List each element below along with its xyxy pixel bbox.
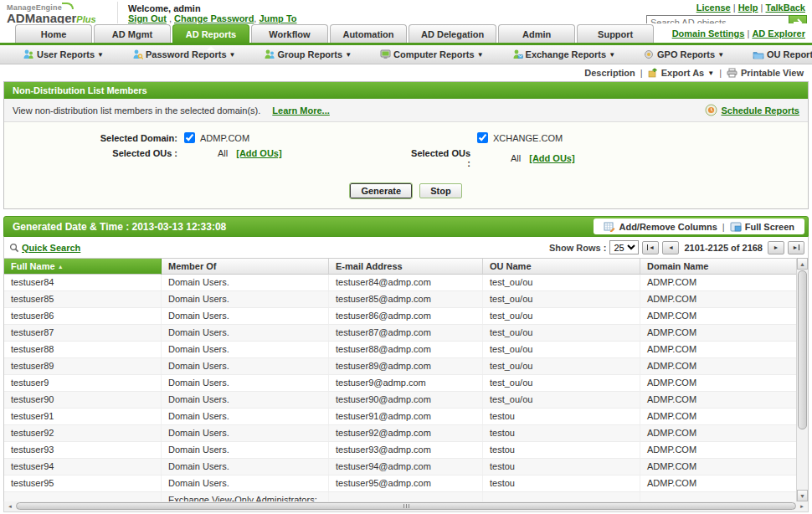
cell-ou-name: test_ou/ou [483, 358, 640, 374]
tab-ad-delegation[interactable]: AD Delegation [409, 24, 496, 43]
schedule-reports-link[interactable]: Schedule Reports [721, 105, 799, 116]
jump-to-link[interactable]: Jump To [259, 13, 296, 23]
sign-out-link[interactable]: Sign Out [128, 13, 167, 23]
vertical-scrollbar[interactable]: ▲ ▼ [796, 258, 808, 501]
domain-checkbox-xchange[interactable] [477, 132, 488, 143]
cell-ou-name: testou [483, 459, 640, 475]
domain-selection: Selected Domain: ADMP.COM Selected OUs :… [4, 122, 808, 175]
tab-home[interactable]: Home [15, 24, 92, 43]
help-link[interactable]: Help [738, 3, 758, 13]
table-row[interactable]: testuser9 Domain Users. testuser9@admp.c… [4, 375, 808, 392]
cell-member-of: Domain Users. [162, 475, 329, 491]
cell-email: testuser96@admp.com [329, 492, 483, 501]
next-page-button[interactable]: ► [768, 241, 784, 254]
change-password-link[interactable]: Change Password [174, 13, 254, 23]
chevron-down-icon: ▼ [707, 69, 714, 77]
column-header-member-of[interactable]: Member Of [162, 259, 329, 275]
menu-exchange-reports[interactable]: Exchange Reports▼ [512, 49, 616, 59]
talkback-link[interactable]: TalkBack [766, 3, 806, 13]
menu-group-reports[interactable]: Group Reports▼ [265, 49, 352, 59]
vertical-scroll-thumb[interactable] [798, 270, 807, 429]
domain-checkbox-admp[interactable] [184, 132, 195, 143]
tab-admin[interactable]: Admin [498, 24, 575, 43]
cell-full-name: testuser93 [4, 442, 162, 458]
table-row[interactable]: testuser91 Domain Users. testuser91@admp… [4, 409, 808, 425]
table-row[interactable]: testuser95 Domain Users. testuser95@admp… [4, 475, 808, 492]
scroll-down-button[interactable]: ▼ [797, 490, 808, 501]
show-rows-select[interactable]: 25 [609, 240, 639, 254]
scroll-right-button[interactable]: ► [796, 502, 808, 511]
cell-ou-name: test_ou/ou [483, 325, 640, 341]
horizontal-scroll-thumb[interactable] [16, 502, 796, 510]
cell-email: testuser95@admp.com [329, 475, 483, 491]
ad-explorer-link[interactable]: AD Explorer [752, 28, 805, 39]
printable-view-link[interactable]: Printable View [727, 68, 804, 78]
cell-domain-name: ADMP.COM [640, 342, 798, 357]
cell-member-of: Domain Users. [162, 409, 329, 424]
column-header-ou-name[interactable]: OU Name [483, 259, 640, 275]
menu-ou-reports[interactable]: OU Reports▼ [753, 49, 812, 59]
table-row[interactable]: testuser88 Domain Users. testuser88@admp… [4, 342, 808, 358]
first-page-button[interactable]: ◄ [642, 241, 659, 254]
table-row[interactable]: testuser96 Exchange View-Only Administra… [4, 492, 808, 501]
generate-button[interactable]: Generate [350, 183, 412, 198]
description-link[interactable]: Description [584, 68, 635, 78]
table-row[interactable]: testuser92 Domain Users. testuser92@admp… [4, 425, 808, 442]
tab-support[interactable]: Support [577, 24, 654, 43]
cell-full-name: testuser84 [4, 275, 162, 290]
column-header-email[interactable]: E-mail Address [329, 259, 483, 275]
table-row[interactable]: testuser85 Domain Users. testuser85@admp… [4, 291, 808, 308]
cell-email: testuser93@admp.com [329, 442, 483, 458]
welcome-block: Welcome, admin Sign Out , Change Passwor… [117, 2, 297, 23]
menu-computer-reports[interactable]: Computer Reports▼ [380, 49, 483, 59]
cell-member-of: Domain Users. [162, 375, 329, 391]
tab-ad-reports[interactable]: AD Reports [172, 24, 249, 43]
table-row[interactable]: testuser93 Domain Users. testuser93@admp… [4, 442, 808, 459]
cell-domain-name: ADMP.COM [640, 475, 798, 491]
add-ous-link-admp[interactable]: [Add OUs] [236, 148, 281, 158]
horizontal-scrollbar[interactable]: ◄ ► [3, 501, 809, 512]
full-screen-button[interactable]: Full Screen [730, 222, 794, 232]
tab-workflow[interactable]: Workflow [251, 24, 328, 43]
last-page-button[interactable]: ► [788, 241, 804, 254]
scroll-up-button[interactable]: ▲ [797, 258, 808, 270]
export-as-button[interactable]: Export As▼ [648, 68, 714, 78]
cell-member-of: Domain Users. [162, 392, 329, 408]
menu-password-reports[interactable]: Password Reports▼ [132, 49, 236, 59]
column-header-domain-name[interactable]: Domain Name [640, 259, 798, 275]
table-row[interactable]: testuser86 Domain Users. testuser86@admp… [4, 308, 808, 325]
add-ous-link-xchange[interactable]: [Add OUs] [529, 153, 574, 163]
quick-search-button[interactable]: Quick Search [9, 243, 80, 253]
stop-button[interactable]: Stop [419, 183, 461, 198]
cell-ou-name: test_ou/ou [483, 375, 640, 391]
cell-ou-name: testou [483, 475, 640, 491]
domain-name: XCHANGE.COM [493, 133, 563, 143]
cell-domain-name: ADMP.COM [640, 275, 798, 290]
cell-domain-name: ADMP.COM [640, 325, 798, 341]
app-logo: ManageEngine ADManagerPlus [7, 2, 107, 24]
chevron-down-icon: ▼ [345, 51, 352, 59]
table-row[interactable]: testuser87 Domain Users. testuser87@admp… [4, 325, 808, 342]
table-body: testuser84 Domain Users. testuser84@admp… [4, 275, 808, 501]
add-remove-columns-button[interactable]: Add/Remove Columns [604, 221, 717, 232]
previous-page-button[interactable]: ◄ [662, 241, 679, 254]
table-row[interactable]: testuser89 Domain Users. testuser89@admp… [4, 358, 808, 375]
menu-user-reports[interactable]: User Reports▼ [23, 49, 104, 59]
license-link[interactable]: License [696, 3, 731, 13]
cell-domain-name: ADMP.COM [640, 425, 798, 441]
chevron-down-icon: ▼ [609, 51, 615, 59]
tab-ad-mgmt[interactable]: AD Mgmt [94, 24, 171, 43]
domain-settings-link[interactable]: Domain Settings [672, 28, 745, 39]
learn-more-link[interactable]: Learn More... [272, 105, 329, 116]
tab-automation[interactable]: Automation [330, 24, 407, 43]
menu-gpo-reports[interactable]: GPO Reports▼ [644, 49, 724, 59]
column-header-full-name[interactable]: Full Name ▲ [4, 259, 162, 275]
cell-ou-name: test_ou/ou [483, 308, 640, 324]
table-row[interactable]: testuser84 Domain Users. testuser84@admp… [4, 275, 808, 291]
report-table: Full Name ▲ Member Of E-mail Address OU … [3, 258, 809, 501]
cell-full-name: testuser95 [4, 475, 162, 491]
table-row[interactable]: testuser94 Domain Users. testuser94@admp… [4, 459, 808, 475]
scroll-left-button[interactable]: ◄ [4, 502, 16, 511]
table-row[interactable]: testuser90 Domain Users. testuser90@admp… [4, 392, 808, 409]
domain-name: ADMP.COM [200, 133, 249, 143]
